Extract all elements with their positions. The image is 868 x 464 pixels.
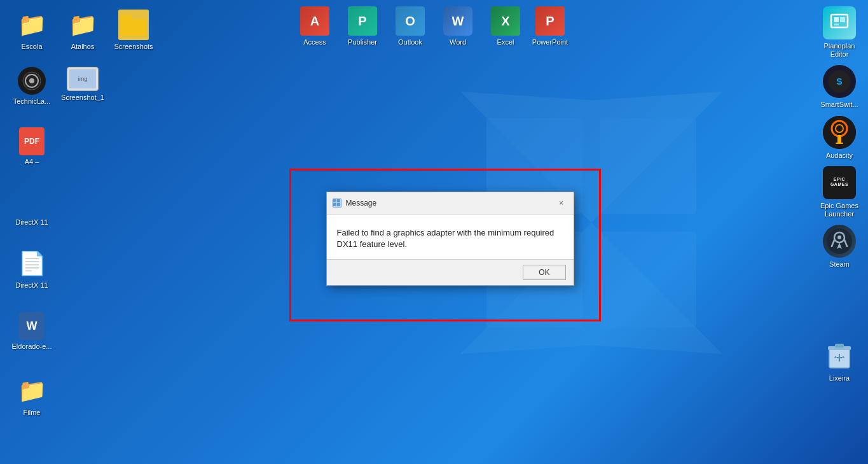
svg-rect-35 [337,199,340,202]
dialog-footer: OK [327,259,574,285]
dialog-close-button[interactable]: × [555,196,568,210]
dialog-content: Failed to find a graphics adapter with t… [327,214,574,259]
svg-rect-36 [333,203,336,206]
dialog-message: Failed to find a graphics adapter with t… [337,228,555,249]
dialog-title: Message [346,199,377,207]
dialog-ok-button[interactable]: OK [523,265,565,280]
message-dialog: Message × Failed to find a graphics adap… [326,192,574,286]
dialog-icon [332,198,342,208]
svg-rect-37 [337,203,340,206]
dialog-overlay: Message × Failed to find a graphics adap… [0,0,868,464]
dialog-titlebar: Message × [327,192,574,214]
dialog-title-left: Message [332,198,377,208]
svg-rect-34 [333,199,336,202]
